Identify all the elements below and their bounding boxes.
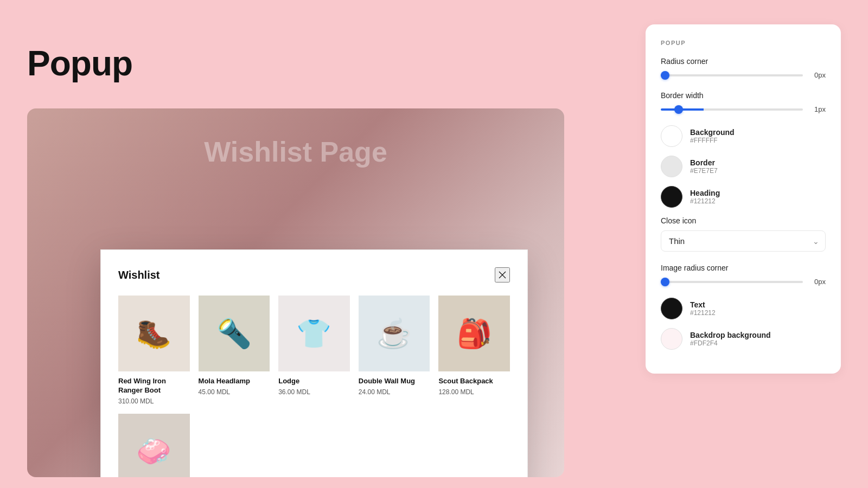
product-name: Red Wing Iron Ranger Boot <box>118 377 190 395</box>
border-color-row[interactable]: Border #E7E7E7 <box>661 156 826 177</box>
control-image-radius: Image radius corner 0px <box>661 264 826 286</box>
product-card: 🎒 Scout Backpack 128.00 MDL <box>438 296 510 405</box>
control-border-width: Border width 1px <box>661 91 826 113</box>
background-color-hex: #FFFFFF <box>690 137 735 144</box>
close-icon <box>497 269 508 280</box>
popup-modal: Wishlist 🥾 Red Wing Iron Ranger Boot 310… <box>100 249 528 477</box>
backdrop-color-hex: #FDF2F4 <box>690 339 771 347</box>
preview-area: Wishlist Page Wishlist 🥾 Red Wing Iron R… <box>27 108 564 477</box>
product-card: 👕 Lodge 36.00 MDL <box>278 296 350 405</box>
background-color-row[interactable]: Background #FFFFFF <box>661 125 826 147</box>
product-name: Double Wall Mug <box>359 377 430 386</box>
background-color-swatch[interactable] <box>661 125 682 147</box>
border-color-name: Border <box>690 158 718 167</box>
backdrop-color-name: Backdrop background <box>690 331 771 339</box>
product-image: 🎒 <box>438 296 510 371</box>
right-panel: POPUP Radius corner 0px Border width 1px… <box>646 24 841 374</box>
product-price: 128.00 MDL <box>438 388 510 396</box>
border-width-value: 1px <box>809 105 826 113</box>
heading-color-hex: #121212 <box>690 197 720 205</box>
image-radius-value: 0px <box>809 278 826 286</box>
product-image: 🔦 <box>199 296 270 371</box>
heading-color-row[interactable]: Heading #121212 <box>661 186 826 208</box>
product-image: 🥾 <box>118 296 190 371</box>
text-color-swatch[interactable] <box>661 298 682 319</box>
border-color-hex: #E7E7E7 <box>690 167 718 175</box>
close-icon-select[interactable]: Thin Regular Bold <box>661 230 826 252</box>
product-price: 24.00 MDL <box>359 388 430 396</box>
product-name: Scout Backpack <box>438 377 510 386</box>
image-radius-slider[interactable] <box>661 281 803 283</box>
popup-title: Wishlist <box>118 269 160 281</box>
background-color-name: Background <box>690 128 735 137</box>
product-image: 👕 <box>278 296 350 371</box>
products-grid-row1: 🥾 Red Wing Iron Ranger Boot 310.00 MDL 🔦… <box>118 296 510 405</box>
page-title: Popup <box>27 43 132 84</box>
product-price: 45.00 MDL <box>199 388 270 396</box>
product-image: 🧼 <box>118 414 190 477</box>
control-radius-corner: Radius corner 0px <box>661 57 826 79</box>
heading-color-swatch[interactable] <box>661 186 682 208</box>
product-card: 🥾 Red Wing Iron Ranger Boot 310.00 MDL <box>118 296 190 405</box>
product-name: Lodge <box>278 377 350 386</box>
text-color-name: Text <box>690 300 716 309</box>
product-card: 🔦 Mola Headlamp 45.00 MDL <box>199 296 270 405</box>
popup-header: Wishlist <box>118 267 510 282</box>
preview-bg-text: Wishlist Page <box>204 136 387 168</box>
border-color-swatch[interactable] <box>661 156 682 177</box>
backdrop-color-swatch[interactable] <box>661 328 682 350</box>
border-width-label: Border width <box>661 91 826 100</box>
border-color-info: Border #E7E7E7 <box>690 158 718 175</box>
heading-color-info: Heading #121212 <box>690 189 720 205</box>
radius-corner-slider-row: 0px <box>661 71 826 79</box>
product-price: 36.00 MDL <box>278 388 350 396</box>
text-color-row[interactable]: Text #121212 <box>661 298 826 319</box>
text-color-info: Text #121212 <box>690 300 716 317</box>
image-radius-label: Image radius corner <box>661 264 826 272</box>
product-price: 310.00 MDL <box>118 397 190 405</box>
background-color-info: Background #FFFFFF <box>690 128 735 144</box>
backdrop-color-row[interactable]: Backdrop background #FDF2F4 <box>661 328 826 350</box>
text-color-hex: #121212 <box>690 309 716 317</box>
close-icon-label: Close icon <box>661 216 826 225</box>
close-button[interactable] <box>495 267 510 282</box>
radius-corner-value: 0px <box>809 71 826 79</box>
heading-color-name: Heading <box>690 189 720 197</box>
radius-corner-label: Radius corner <box>661 57 826 66</box>
product-name: Mola Headlamp <box>199 377 270 386</box>
close-icon-select-wrapper: Thin Regular Bold ⌄ <box>661 230 826 252</box>
product-image: ☕ <box>359 296 430 371</box>
border-width-slider-row: 1px <box>661 105 826 113</box>
backdrop-color-info: Backdrop background #FDF2F4 <box>690 331 771 347</box>
product-card: 🧼 Mud Scrub Soap 15.00 MDL <box>118 414 190 477</box>
product-card: ☕ Double Wall Mug 24.00 MDL <box>359 296 430 405</box>
radius-corner-slider[interactable] <box>661 74 803 76</box>
products-grid-row2: 🧼 Mud Scrub Soap 15.00 MDL <box>118 414 510 477</box>
panel-section-title: POPUP <box>661 40 826 46</box>
control-close-icon: Close icon Thin Regular Bold ⌄ <box>661 216 826 252</box>
border-width-slider[interactable] <box>661 108 803 111</box>
image-radius-slider-row: 0px <box>661 278 826 286</box>
